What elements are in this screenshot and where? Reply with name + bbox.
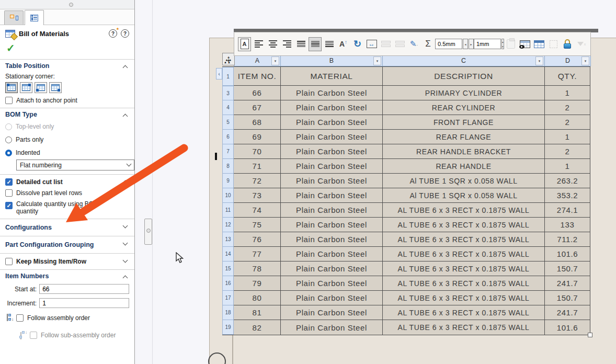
use-document-font-icon[interactable]: A <box>238 37 251 51</box>
collapse-icon[interactable] <box>123 114 128 119</box>
bom-cell-description[interactable]: AL TUBE 6 x 3 RECT x 0.1875 WALL <box>383 232 545 247</box>
bom-cell-description[interactable]: AL TUBE 6 x 3 RECT x 0.1875 WALL <box>383 320 545 335</box>
bom-cell-material[interactable]: Plain Carbon Steel <box>281 188 383 203</box>
follow-sub-assembly-checkbox[interactable] <box>30 332 37 339</box>
bom-cell-item-no[interactable]: 72 <box>234 174 281 188</box>
bom-cell-material[interactable]: Plain Carbon Steel <box>281 247 383 261</box>
vertical-padding-spinner[interactable]: ▴▾ <box>501 39 504 49</box>
bom-cell-qty[interactable]: 150.7 <box>545 291 590 305</box>
bom-cell-material[interactable]: Plain Carbon Steel <box>281 115 383 130</box>
bom-header-cell[interactable]: DESCRIPTION <box>383 67 545 86</box>
bom-cell-qty[interactable]: 101.6 <box>545 320 590 335</box>
horizontal-padding-spinner[interactable]: ◂▸ <box>462 39 474 49</box>
corner-bottom-left-button[interactable] <box>35 82 47 93</box>
bom-cell-item-no[interactable]: 76 <box>234 232 281 247</box>
bom-cell-qty[interactable]: 1 <box>545 159 590 174</box>
bom-header-cell[interactable]: ITEM NO. <box>234 67 281 86</box>
detailed-cut-list-checkbox[interactable]: ✓ <box>5 178 13 186</box>
column-header-b[interactable]: B▾ <box>281 55 383 66</box>
row-number[interactable]: 4 <box>222 100 234 115</box>
select-table-icon[interactable] <box>547 37 560 51</box>
top-level-only-radio[interactable] <box>5 123 12 130</box>
bom-cell-description[interactable]: Al TUBE 1 SQR x 0.058 WALL <box>383 174 545 188</box>
bom-cell-description[interactable]: REAR HANDLE BRACKET <box>383 144 545 159</box>
bom-cell-item-no[interactable]: 68 <box>234 115 281 130</box>
row-number[interactable]: 10 <box>222 188 234 203</box>
bom-cell-item-no[interactable]: 70 <box>234 144 281 159</box>
row-number[interactable]: 11 <box>222 203 234 218</box>
bom-cell-item-no[interactable]: 81 <box>234 305 281 320</box>
bom-cell-material[interactable]: Plain Carbon Steel <box>281 100 383 115</box>
bom-cell-qty[interactable]: 150.7 <box>545 261 590 276</box>
tab-bom-settings[interactable] <box>25 10 44 25</box>
bom-cell-item-no[interactable]: 66 <box>234 86 281 100</box>
paste-table-icon[interactable] <box>505 37 518 51</box>
align-right-icon[interactable] <box>280 37 293 51</box>
column-menu-icon[interactable]: ▾ <box>581 56 589 65</box>
bom-cell-qty[interactable]: 711.2 <box>545 232 590 247</box>
bom-cell-qty[interactable]: 2 <box>545 115 590 130</box>
collapse-row-tab[interactable]: ‹ <box>216 68 222 79</box>
equation-sigma-icon[interactable]: Σ <box>421 37 435 51</box>
row-number[interactable]: 17 <box>222 291 234 305</box>
bom-cell-material[interactable]: Plain Carbon Steel <box>281 86 383 100</box>
corner-top-right-button[interactable] <box>20 82 32 93</box>
align-bottom-icon[interactable] <box>323 37 336 51</box>
column-menu-icon[interactable]: ▾ <box>535 56 543 65</box>
start-at-field[interactable] <box>39 284 129 294</box>
table-format-icon[interactable] <box>533 37 546 51</box>
increment-field[interactable] <box>39 298 129 308</box>
row-number[interactable]: 5 <box>222 115 234 130</box>
bom-cell-description[interactable]: AL TUBE 6 x 3 RECT x 0.1875 WALL <box>383 305 545 320</box>
bom-cell-qty[interactable]: 1 <box>545 130 590 144</box>
bom-cell-description[interactable]: AL TUBE 6 x 3 RECT x 0.1875 WALL <box>383 203 545 218</box>
bom-cell-material[interactable]: Plain Carbon Steel <box>281 276 383 291</box>
row-number[interactable]: 19 <box>222 320 234 335</box>
bom-cell-qty[interactable]: 2 <box>545 144 590 159</box>
bom-cell-qty[interactable]: 1 <box>545 86 590 100</box>
dissolve-part-rows-checkbox[interactable] <box>5 189 13 197</box>
row-number[interactable]: 9 <box>222 174 234 188</box>
bom-cell-item-no[interactable]: 79 <box>234 276 281 291</box>
bom-cell-item-no[interactable]: 69 <box>234 130 281 144</box>
panel-grip-icon[interactable] <box>69 3 73 7</box>
horizontal-padding-field[interactable] <box>435 39 462 49</box>
column-header-c[interactable]: C▾ <box>383 55 545 66</box>
bom-cell-description[interactable]: REAR FLANGE <box>383 130 545 144</box>
table-resize-handle[interactable] <box>588 333 592 337</box>
help-whats-new-icon[interactable]: ?* <box>109 29 117 38</box>
header-below-icon[interactable] <box>393 37 406 51</box>
show-hidden-columns-icon[interactable] <box>519 37 532 51</box>
bom-cell-item-no[interactable]: 80 <box>234 291 281 305</box>
bom-cell-material[interactable]: Plain Carbon Steel <box>281 261 383 276</box>
parts-only-radio[interactable] <box>5 136 12 143</box>
keep-missing-checkbox[interactable] <box>5 258 13 265</box>
bom-cell-description[interactable]: Al TUBE 1 SQR x 0.058 WALL <box>383 188 545 203</box>
row-number[interactable]: 14 <box>222 247 234 261</box>
bom-cell-material[interactable]: Plain Carbon Steel <box>281 174 383 188</box>
bom-cell-qty[interactable]: 2 <box>545 100 590 115</box>
align-top-icon[interactable] <box>294 37 307 51</box>
bom-cell-qty[interactable]: 133 <box>545 218 590 232</box>
expand-icon[interactable] <box>123 258 128 263</box>
align-middle-icon[interactable] <box>309 37 322 51</box>
row-number[interactable]: 3 <box>222 86 234 100</box>
lock-table-icon[interactable] <box>561 37 574 51</box>
hidden-rows-icon[interactable]: ▲▲ <box>224 61 231 64</box>
ok-button[interactable]: ✓ <box>6 43 129 53</box>
attach-anchor-checkbox[interactable] <box>5 97 13 104</box>
bom-cell-item-no[interactable]: 82 <box>234 320 281 335</box>
bom-cell-item-no[interactable]: 71 <box>234 159 281 174</box>
bom-cell-description[interactable]: AL TUBE 6 x 3 RECT x 0.1875 WALL <box>383 291 545 305</box>
bom-header-cell[interactable]: QTY. <box>545 67 590 86</box>
row-number[interactable]: 12 <box>222 218 234 232</box>
bom-cell-material[interactable]: Plain Carbon Steel <box>281 159 383 174</box>
bom-cell-qty[interactable]: 241.7 <box>545 276 590 291</box>
bom-cell-material[interactable]: Plain Carbon Steel <box>281 232 383 247</box>
bom-cell-description[interactable]: AL TUBE 6 x 3 RECT x 0.1875 WALL <box>383 261 545 276</box>
row-number[interactable]: 15 <box>222 261 234 276</box>
bom-cell-item-no[interactable]: 74 <box>234 203 281 218</box>
vertical-padding-field[interactable] <box>474 39 501 49</box>
bom-cell-item-no[interactable]: 78 <box>234 261 281 276</box>
fit-width-icon[interactable]: ↔ <box>365 37 378 51</box>
